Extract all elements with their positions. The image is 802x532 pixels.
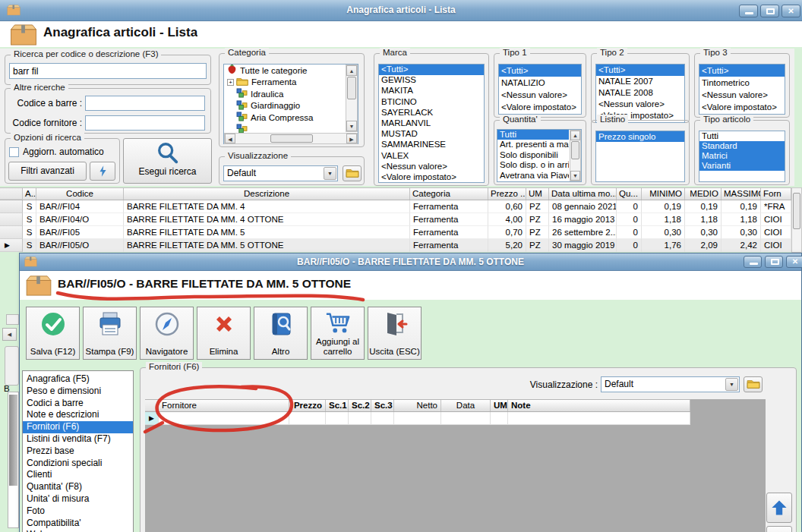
column-header[interactable]: MASSIMO: [721, 188, 761, 200]
category-tree-item[interactable]: Aria Compressa: [224, 112, 358, 124]
column-header[interactable]: UM: [491, 400, 508, 411]
sidebar-item-fornitori[interactable]: Fornitori (F6): [23, 421, 133, 433]
list-item[interactable]: Tintometrico: [699, 77, 785, 89]
list-item[interactable]: Prezzo singolo: [596, 131, 684, 142]
column-header[interactable]: Data: [441, 400, 491, 411]
list-item[interactable]: SAMMARINESE: [379, 140, 484, 150]
child-close-button[interactable]: ✕: [786, 256, 802, 268]
table-row[interactable]: S BAR//FI04/O BARRE FILETTATE DA MM. 4 O…: [0, 213, 791, 226]
sidebar-item-prezzi-base[interactable]: Prezzi base: [23, 445, 133, 458]
list-item[interactable]: <Nessun valore>: [379, 162, 484, 172]
category-tree-item[interactable]: + Ferramenta: [224, 77, 358, 89]
column-header[interactable]: UM: [526, 188, 549, 200]
column-header[interactable]: Netto: [394, 400, 441, 411]
auto-update-checkbox[interactable]: [9, 147, 19, 157]
parent-minimize-button[interactable]: [739, 5, 758, 17]
category-tree-item[interactable]: Giardinaggio: [224, 100, 358, 112]
category-tree-item[interactable]: Tutte le categorie: [224, 65, 358, 77]
visualization-select[interactable]: Default ▼: [223, 165, 338, 181]
column-header[interactable]: Note: [508, 400, 690, 411]
list-item[interactable]: Tutti: [497, 130, 569, 140]
move-up-button[interactable]: [766, 493, 792, 523]
column-header[interactable]: Fornitore: [159, 400, 289, 411]
quantita-scrollbar[interactable]: ▲ ▼: [570, 130, 581, 181]
column-header[interactable]: Data ultima mo...: [549, 188, 617, 200]
table-vscrollbar[interactable]: [791, 187, 802, 253]
list-item[interactable]: <Nessun valore>: [596, 99, 684, 110]
sidebar-item-condizioni[interactable]: Condizioni speciali: [23, 458, 133, 470]
navigator-button[interactable]: Navigatore: [140, 307, 194, 360]
sidebar-item-codici-a-barre[interactable]: Codici a barre: [23, 398, 133, 410]
parent-close-button[interactable]: ✕: [781, 5, 800, 17]
column-header[interactable]: Prezzo ...: [488, 188, 526, 200]
sidebar-item-listini[interactable]: Listini di vendita (F7): [23, 433, 133, 445]
search-input[interactable]: [9, 63, 207, 79]
parent-maximize-button[interactable]: [760, 5, 779, 17]
background-scroll-left-button[interactable]: ◀: [2, 328, 17, 341]
child-minimize-button[interactable]: [744, 256, 762, 268]
category-hscrollbar[interactable]: ◀ ▶: [224, 133, 358, 144]
child-maximize-button[interactable]: [765, 256, 783, 268]
sidebar-item-web[interactable]: Web: [23, 529, 133, 532]
list-item[interactable]: SAYERLACK: [379, 108, 484, 118]
sidebar-item-unita[interactable]: Unita' di misura: [23, 493, 133, 505]
list-item[interactable]: <Tutti>: [596, 65, 684, 76]
chevron-down-icon[interactable]: ▼: [725, 378, 738, 391]
column-header[interactable]: Prezzo: [289, 400, 326, 411]
column-header[interactable]: Descrizione: [124, 188, 410, 200]
list-item[interactable]: NATALE 2007: [596, 76, 684, 87]
column-header[interactable]: Sc.2: [349, 400, 371, 411]
sidebar-item-clienti[interactable]: Clienti: [23, 469, 133, 481]
list-item[interactable]: MARLANVIL: [379, 118, 484, 129]
column-header[interactable]: Sc.3: [371, 400, 394, 411]
list-item[interactable]: Avetrana via Piave,: [497, 171, 569, 181]
column-header-selector[interactable]: [0, 188, 23, 200]
list-item[interactable]: <Tutti>: [699, 65, 785, 77]
marca-list[interactable]: <Tutti> GEWISS MAKITA BTICINO SAYERLACK …: [378, 64, 485, 183]
other-button[interactable]: Altro: [254, 307, 308, 360]
expand-plus-icon[interactable]: +: [227, 79, 234, 86]
run-search-button[interactable]: Esegui ricerca: [123, 138, 212, 184]
column-header[interactable]: MEDIO: [685, 188, 721, 200]
delete-button[interactable]: Elimina: [197, 307, 251, 360]
list-item[interactable]: <Tutti>: [379, 65, 484, 75]
tipo3-list[interactable]: <Tutti> Tintometrico <Nessun valore> <Va…: [699, 64, 785, 115]
save-button[interactable]: Salva (F12): [26, 307, 80, 360]
category-vscrollbar[interactable]: ▲ ▼: [346, 65, 358, 132]
list-item[interactable]: <Valore impostato>: [699, 101, 785, 113]
tipo-articolo-list[interactable]: Tutti Standard Matrici Varianti: [699, 131, 785, 182]
list-item[interactable]: <Tutti>: [499, 65, 581, 77]
list-item[interactable]: Solo disponibili: [497, 150, 569, 160]
chevron-down-icon[interactable]: ▼: [324, 167, 336, 180]
list-item[interactable]: Art. presenti a maga: [497, 140, 569, 150]
fornitori-folder-button[interactable]: [744, 376, 763, 392]
list-item[interactable]: <Nessun valore>: [699, 89, 785, 101]
sidebar-item-peso[interactable]: Peso e dimensioni: [23, 386, 133, 398]
list-item[interactable]: Standard: [699, 141, 785, 151]
column-header[interactable]: Qu...: [617, 188, 642, 200]
sidebar-item-anagrafica[interactable]: Anagrafica (F5): [23, 373, 133, 386]
column-header[interactable]: MINIMO: [642, 188, 685, 200]
fornitori-visualization-select[interactable]: Default ▼: [601, 376, 740, 392]
column-header[interactable]: Categoria: [410, 188, 488, 200]
list-item[interactable]: <Valore impostato>: [499, 101, 581, 113]
column-header-selector[interactable]: [145, 400, 159, 411]
sidebar-item-quantita[interactable]: Quantita' (F8): [23, 481, 133, 493]
list-item[interactable]: GEWISS: [379, 75, 484, 86]
list-item[interactable]: Tutti: [699, 131, 785, 141]
print-button[interactable]: Stampa (F9): [83, 307, 137, 360]
fornitori-empty-row[interactable]: ▶: [145, 412, 690, 425]
column-header[interactable]: A...: [23, 188, 36, 200]
list-item[interactable]: BTICINO: [379, 97, 484, 108]
quantita-list[interactable]: Tutti Art. presenti a maga Solo disponib…: [497, 129, 582, 182]
table-row[interactable]: S BAR//FI04 BARRE FILETTATE DA MM. 4 Fer…: [0, 200, 791, 213]
sidebar-item-note[interactable]: Note e descrizioni: [23, 409, 133, 421]
move-down-button[interactable]: [766, 526, 792, 532]
column-header[interactable]: Codice: [36, 188, 124, 200]
barcode-input[interactable]: [85, 96, 205, 111]
listino-list[interactable]: Prezzo singolo: [595, 131, 685, 182]
list-item[interactable]: Varianti: [699, 161, 785, 171]
list-item[interactable]: NATALIZIO: [499, 77, 581, 89]
tipo1-list[interactable]: <Tutti> NATALIZIO <Nessun valore> <Valor…: [498, 64, 582, 115]
visualization-folder-button[interactable]: [343, 165, 362, 181]
